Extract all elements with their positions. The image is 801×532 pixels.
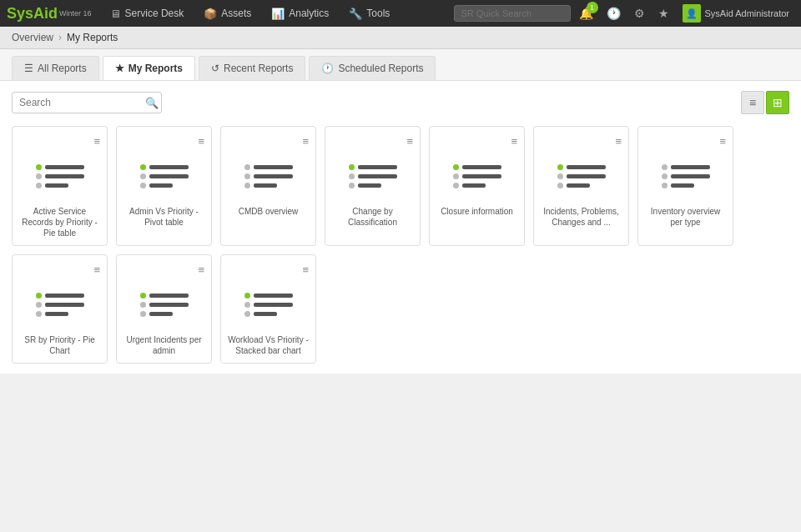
- card-line: [149, 183, 173, 188]
- report-card[interactable]: ≡ CMDB overview: [220, 126, 316, 246]
- tools-nav[interactable]: 🔧 Tools: [339, 0, 400, 27]
- my-reports-icon: ★: [115, 63, 124, 74]
- all-reports-icon: ☰: [24, 63, 33, 74]
- card-dot: [349, 164, 355, 170]
- card-dot: [244, 302, 250, 308]
- card-menu-icon[interactable]: ≡: [511, 135, 517, 148]
- card-line: [45, 303, 84, 307]
- card-icon: [239, 151, 298, 201]
- card-icon: [344, 151, 402, 201]
- card-menu-icon[interactable]: ≡: [302, 263, 309, 276]
- card-icon: [239, 279, 298, 329]
- tab-all-reports-label: All Reports: [38, 63, 87, 74]
- card-menu-icon[interactable]: ≡: [302, 135, 309, 148]
- service-desk-label: Service Desk: [125, 8, 184, 19]
- settings-button[interactable]: ⚙: [629, 0, 650, 27]
- notifications-button[interactable]: 🔔 1: [574, 0, 598, 27]
- card-menu-icon[interactable]: ≡: [406, 135, 413, 148]
- card-icon: [135, 279, 194, 329]
- card-title: Admin Vs Priority - Pivot table: [123, 206, 204, 228]
- card-dot: [244, 311, 250, 317]
- card-line: [671, 174, 710, 178]
- scheduled-reports-icon: 🕐: [321, 63, 334, 74]
- card-menu-icon[interactable]: ≡: [93, 263, 100, 276]
- card-dot: [140, 302, 146, 308]
- service-desk-nav[interactable]: 🖥 Service Desk: [100, 0, 194, 27]
- report-card[interactable]: ≡ Workload Vs Priority - Stacked bar cha…: [220, 254, 316, 364]
- card-line: [45, 294, 84, 298]
- reports-grid: ≡ Active Service Records by Priority - P…: [12, 126, 789, 364]
- tab-scheduled-reports[interactable]: 🕐 Scheduled Reports: [309, 56, 436, 80]
- card-dot: [36, 173, 42, 179]
- card-line: [358, 165, 397, 169]
- card-title: CMDB overview: [239, 206, 299, 217]
- clock-button[interactable]: 🕐: [602, 0, 626, 27]
- breadcrumb-current: My Reports: [67, 32, 118, 43]
- card-line: [462, 174, 501, 178]
- card-icon: [657, 151, 715, 201]
- card-title: Workload Vs Priority - Stacked bar chart: [228, 334, 309, 356]
- card-dot: [557, 173, 563, 179]
- card-menu-icon[interactable]: ≡: [719, 135, 726, 148]
- list-view-button[interactable]: ≡: [741, 91, 764, 114]
- assets-icon: 📦: [204, 8, 217, 20]
- tools-label: Tools: [366, 8, 390, 19]
- tab-all-reports[interactable]: ☰ All Reports: [12, 56, 99, 80]
- card-title: Inventory overview per type: [645, 206, 726, 228]
- breadcrumb-overview[interactable]: Overview: [12, 32, 53, 43]
- report-card[interactable]: ≡ Active Service Records by Priority - P…: [12, 126, 108, 246]
- card-menu-icon[interactable]: ≡: [93, 135, 100, 148]
- report-card[interactable]: ≡ Urgent Incidents per admin: [116, 254, 212, 364]
- card-icon: [552, 151, 611, 201]
- report-card[interactable]: ≡ SR by Priority - Pie Chart: [12, 254, 108, 364]
- card-line: [254, 165, 293, 169]
- card-dot: [140, 173, 146, 179]
- card-line: [671, 183, 694, 188]
- card-line: [149, 294, 189, 298]
- logo-text: SysAid: [7, 5, 58, 23]
- card-dot: [662, 173, 668, 179]
- app-logo[interactable]: SysAid Winter 16: [7, 5, 92, 23]
- card-line: [45, 183, 68, 188]
- card-icon: [135, 151, 194, 201]
- card-menu-icon[interactable]: ≡: [198, 263, 204, 276]
- tab-recent-reports[interactable]: ↺ Recent Reports: [199, 56, 305, 80]
- report-card[interactable]: ≡ Change by Classification: [325, 126, 421, 246]
- card-line: [358, 183, 381, 188]
- card-dot: [36, 302, 42, 308]
- card-icon: [31, 151, 89, 201]
- search-input[interactable]: [12, 92, 162, 113]
- favorites-button[interactable]: ★: [653, 0, 674, 27]
- card-dot: [140, 164, 146, 170]
- card-dot: [140, 311, 146, 317]
- user-name: SysAid Administrator: [705, 8, 789, 18]
- card-menu-icon[interactable]: ≡: [198, 135, 204, 148]
- assets-nav[interactable]: 📦 Assets: [194, 0, 261, 27]
- search-button[interactable]: 🔍: [145, 97, 159, 109]
- card-line: [358, 174, 397, 178]
- tab-recent-reports-label: Recent Reports: [224, 63, 293, 74]
- grid-view-button[interactable]: ⊞: [766, 91, 789, 114]
- card-title: Active Service Records by Priority - Pie…: [19, 206, 100, 238]
- tab-my-reports[interactable]: ★ My Reports: [103, 56, 195, 80]
- card-dot: [662, 164, 668, 170]
- card-line: [149, 303, 189, 307]
- breadcrumb-separator: ›: [58, 32, 62, 43]
- global-search-input[interactable]: [454, 5, 571, 22]
- user-info[interactable]: 👤 SysAid Administrator: [678, 4, 794, 23]
- card-dot: [349, 183, 355, 188]
- report-card[interactable]: ≡ Admin Vs Priority - Pivot table: [116, 126, 212, 246]
- assets-label: Assets: [221, 8, 251, 19]
- card-line: [567, 165, 606, 169]
- search-wrap: 🔍: [12, 92, 162, 113]
- card-line: [462, 183, 486, 188]
- report-card[interactable]: ≡ Incidents, Problems, Changes and ...: [533, 126, 629, 246]
- analytics-nav[interactable]: 📊 Analytics: [261, 0, 339, 27]
- report-card[interactable]: ≡ Closure information: [429, 126, 525, 246]
- card-menu-icon[interactable]: ≡: [615, 135, 622, 148]
- report-card[interactable]: ≡ Inventory overview per type: [637, 126, 733, 246]
- card-title: Closure information: [441, 206, 513, 217]
- card-dot: [557, 164, 563, 170]
- tab-scheduled-reports-label: Scheduled Reports: [338, 63, 423, 74]
- card-dot: [244, 183, 250, 188]
